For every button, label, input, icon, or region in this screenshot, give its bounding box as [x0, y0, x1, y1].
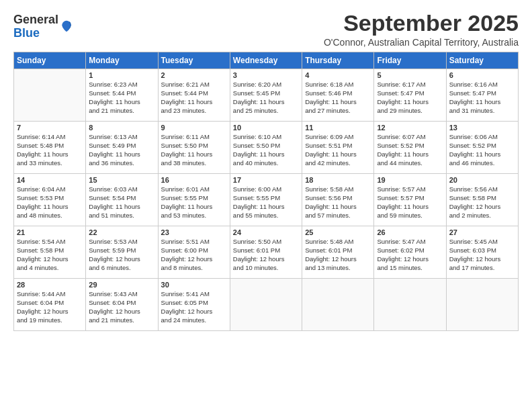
table-row: 25Sunrise: 5:48 AMSunset: 6:01 PMDayligh… [302, 226, 374, 279]
cell-info: Sunrise: 5:50 AMSunset: 6:01 PMDaylight:… [233, 238, 299, 272]
day-number: 13 [449, 124, 515, 132]
day-number: 10 [233, 124, 299, 132]
title-block: September 2025 O'Connor, Australian Capi… [324, 11, 519, 48]
day-number: 12 [377, 124, 443, 132]
cell-info: Sunrise: 6:09 AMSunset: 5:51 PMDaylight:… [305, 133, 371, 167]
cell-info: Sunrise: 6:04 AMSunset: 5:53 PMDaylight:… [17, 185, 83, 220]
table-row [230, 279, 302, 331]
table-row: 18Sunrise: 5:58 AMSunset: 5:56 PMDayligh… [302, 174, 374, 226]
day-number: 28 [17, 281, 83, 289]
cell-info: Sunrise: 6:20 AMSunset: 5:45 PMDaylight:… [233, 81, 299, 115]
cell-info: Sunrise: 5:58 AMSunset: 5:56 PMDaylight:… [305, 185, 371, 220]
month-title: September 2025 [324, 11, 519, 36]
table-row: 19Sunrise: 5:57 AMSunset: 5:57 PMDayligh… [374, 174, 446, 226]
cell-info: Sunrise: 6:06 AMSunset: 5:52 PMDaylight:… [449, 133, 515, 167]
day-number: 3 [233, 71, 299, 79]
day-number: 9 [161, 124, 227, 132]
day-number: 19 [377, 176, 443, 184]
table-row [14, 69, 86, 122]
page: General Blue September 2025 O'Connor, Au… [0, 0, 532, 411]
logo-text: General Blue [13, 13, 58, 40]
table-row: 13Sunrise: 6:06 AMSunset: 5:52 PMDayligh… [446, 122, 518, 174]
cell-info: Sunrise: 6:11 AMSunset: 5:50 PMDaylight:… [161, 133, 227, 167]
table-row: 5Sunrise: 6:17 AMSunset: 5:47 PMDaylight… [374, 69, 446, 122]
cell-info: Sunrise: 5:56 AMSunset: 5:58 PMDaylight:… [449, 185, 515, 220]
table-row [302, 279, 374, 331]
cell-info: Sunrise: 6:17 AMSunset: 5:47 PMDaylight:… [377, 81, 443, 115]
table-row: 2Sunrise: 6:21 AMSunset: 5:44 PMDaylight… [158, 69, 230, 122]
calendar-week-row: 14Sunrise: 6:04 AMSunset: 5:53 PMDayligh… [14, 174, 519, 226]
table-row: 14Sunrise: 6:04 AMSunset: 5:53 PMDayligh… [14, 174, 86, 226]
day-number: 11 [305, 124, 371, 132]
cell-info: Sunrise: 5:51 AMSunset: 6:00 PMDaylight:… [161, 238, 227, 272]
col-tuesday: Tuesday [158, 52, 230, 69]
col-wednesday: Wednesday [230, 52, 302, 69]
cell-info: Sunrise: 5:44 AMSunset: 6:04 PMDaylight:… [17, 290, 83, 324]
day-number: 21 [17, 228, 83, 236]
table-row [446, 279, 518, 331]
day-number: 25 [305, 228, 371, 236]
calendar-week-row: 21Sunrise: 5:54 AMSunset: 5:58 PMDayligh… [14, 226, 519, 279]
day-number: 18 [305, 176, 371, 184]
calendar-week-row: 1Sunrise: 6:23 AMSunset: 5:44 PMDaylight… [14, 69, 519, 122]
day-number: 7 [17, 124, 83, 132]
table-row: 11Sunrise: 6:09 AMSunset: 5:51 PMDayligh… [302, 122, 374, 174]
table-row: 29Sunrise: 5:43 AMSunset: 6:04 PMDayligh… [86, 279, 158, 331]
col-friday: Friday [374, 52, 446, 69]
day-number: 6 [449, 71, 515, 79]
cell-info: Sunrise: 6:14 AMSunset: 5:48 PMDaylight:… [17, 133, 83, 167]
cell-info: Sunrise: 6:18 AMSunset: 5:46 PMDaylight:… [305, 81, 371, 115]
day-number: 27 [449, 228, 515, 236]
calendar-week-row: 28Sunrise: 5:44 AMSunset: 6:04 PMDayligh… [14, 279, 519, 331]
cell-info: Sunrise: 6:10 AMSunset: 5:50 PMDaylight:… [233, 133, 299, 167]
header: General Blue September 2025 O'Connor, Au… [13, 11, 519, 48]
table-row: 1Sunrise: 6:23 AMSunset: 5:44 PMDaylight… [86, 69, 158, 122]
cell-info: Sunrise: 6:13 AMSunset: 5:49 PMDaylight:… [89, 133, 154, 167]
table-row: 21Sunrise: 5:54 AMSunset: 5:58 PMDayligh… [14, 226, 86, 279]
table-row: 6Sunrise: 6:16 AMSunset: 5:47 PMDaylight… [446, 69, 518, 122]
table-row: 24Sunrise: 5:50 AMSunset: 6:01 PMDayligh… [230, 226, 302, 279]
col-monday: Monday [86, 52, 158, 69]
day-number: 14 [17, 176, 83, 184]
cell-info: Sunrise: 5:41 AMSunset: 6:05 PMDaylight:… [161, 290, 227, 324]
cell-info: Sunrise: 6:21 AMSunset: 5:44 PMDaylight:… [161, 81, 227, 115]
logo: General Blue [13, 13, 73, 40]
table-row: 15Sunrise: 6:03 AMSunset: 5:54 PMDayligh… [86, 174, 158, 226]
cell-info: Sunrise: 6:00 AMSunset: 5:55 PMDaylight:… [233, 185, 299, 220]
cell-info: Sunrise: 5:57 AMSunset: 5:57 PMDaylight:… [377, 185, 443, 220]
table-row: 30Sunrise: 5:41 AMSunset: 6:05 PMDayligh… [158, 279, 230, 331]
day-number: 17 [233, 176, 299, 184]
day-number: 4 [305, 71, 371, 79]
day-number: 20 [449, 176, 515, 184]
logo-icon [60, 19, 73, 33]
day-number: 2 [161, 71, 227, 79]
day-number: 29 [89, 281, 154, 289]
table-row: 20Sunrise: 5:56 AMSunset: 5:58 PMDayligh… [446, 174, 518, 226]
table-row: 26Sunrise: 5:47 AMSunset: 6:02 PMDayligh… [374, 226, 446, 279]
cell-info: Sunrise: 5:45 AMSunset: 6:03 PMDaylight:… [449, 238, 515, 272]
table-row: 3Sunrise: 6:20 AMSunset: 5:45 PMDaylight… [230, 69, 302, 122]
table-row: 28Sunrise: 5:44 AMSunset: 6:04 PMDayligh… [14, 279, 86, 331]
cell-info: Sunrise: 6:07 AMSunset: 5:52 PMDaylight:… [377, 133, 443, 167]
cell-info: Sunrise: 5:43 AMSunset: 6:04 PMDaylight:… [89, 290, 154, 324]
subtitle: O'Connor, Australian Capital Territory, … [324, 37, 519, 48]
day-number: 1 [89, 71, 154, 79]
day-number: 22 [89, 228, 154, 236]
day-number: 15 [89, 176, 154, 184]
table-row: 27Sunrise: 5:45 AMSunset: 6:03 PMDayligh… [446, 226, 518, 279]
table-row: 4Sunrise: 6:18 AMSunset: 5:46 PMDaylight… [302, 69, 374, 122]
cell-info: Sunrise: 6:23 AMSunset: 5:44 PMDaylight:… [89, 81, 154, 115]
cell-info: Sunrise: 5:53 AMSunset: 5:59 PMDaylight:… [89, 238, 154, 272]
table-row: 7Sunrise: 6:14 AMSunset: 5:48 PMDaylight… [14, 122, 86, 174]
day-number: 30 [161, 281, 227, 289]
table-row [374, 279, 446, 331]
cell-info: Sunrise: 5:48 AMSunset: 6:01 PMDaylight:… [305, 238, 371, 272]
day-number: 8 [89, 124, 154, 132]
col-saturday: Saturday [446, 52, 518, 69]
calendar-week-row: 7Sunrise: 6:14 AMSunset: 5:48 PMDaylight… [14, 122, 519, 174]
day-number: 16 [161, 176, 227, 184]
day-number: 26 [377, 228, 443, 236]
logo-blue: Blue [13, 26, 40, 40]
table-row: 16Sunrise: 6:01 AMSunset: 5:55 PMDayligh… [158, 174, 230, 226]
cell-info: Sunrise: 5:54 AMSunset: 5:58 PMDaylight:… [17, 238, 83, 272]
